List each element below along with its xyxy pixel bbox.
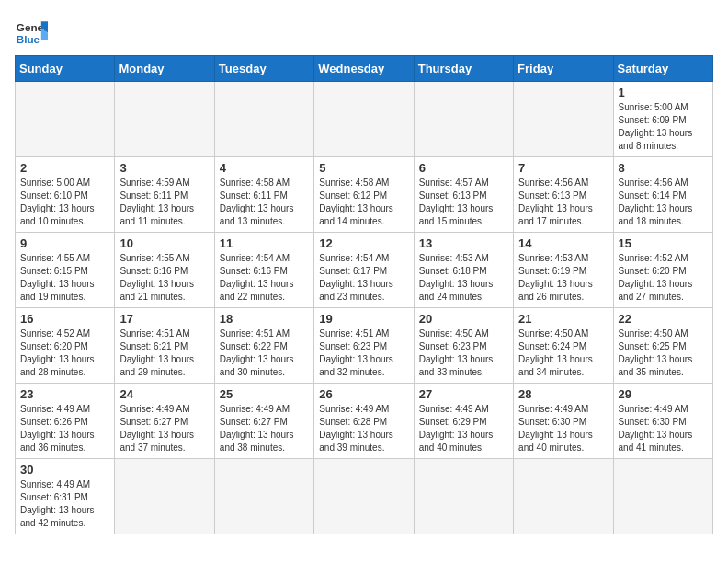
calendar-day-cell: 23Sunrise: 4:49 AM Sunset: 6:26 PM Dayli… [16,384,115,459]
calendar-day-cell: 28Sunrise: 4:49 AM Sunset: 6:30 PM Dayli… [514,384,613,459]
calendar-week-row: 2Sunrise: 5:00 AM Sunset: 6:10 PM Daylig… [16,157,713,233]
day-info: Sunrise: 4:55 AM Sunset: 6:15 PM Dayligh… [20,252,109,304]
calendar-day-cell: 7Sunrise: 4:56 AM Sunset: 6:13 PM Daylig… [514,157,613,233]
day-info: Sunrise: 4:58 AM Sunset: 6:12 PM Dayligh… [319,177,408,228]
svg-text:Blue: Blue [17,33,40,45]
day-info: Sunrise: 4:49 AM Sunset: 6:27 PM Dayligh… [220,403,309,454]
day-number: 22 [619,312,708,326]
calendar-day-cell [414,82,513,157]
calendar-day-cell: 15Sunrise: 4:52 AM Sunset: 6:20 PM Dayli… [613,233,712,308]
day-number: 1 [619,86,708,99]
calendar-day-cell: 25Sunrise: 4:49 AM Sunset: 6:27 PM Dayli… [214,384,313,459]
day-info: Sunrise: 4:52 AM Sunset: 6:20 PM Dayligh… [20,327,109,379]
day-info: Sunrise: 4:50 AM Sunset: 6:23 PM Dayligh… [419,327,508,379]
calendar-day-cell [414,459,513,534]
day-info: Sunrise: 4:53 AM Sunset: 6:19 PM Dayligh… [518,252,608,304]
calendar-day-cell: 8Sunrise: 4:56 AM Sunset: 6:14 PM Daylig… [613,157,712,233]
day-number: 29 [619,387,708,401]
day-info: Sunrise: 4:55 AM Sunset: 6:16 PM Dayligh… [119,252,209,304]
calendar-day-cell: 17Sunrise: 4:51 AM Sunset: 6:21 PM Dayli… [115,308,214,384]
calendar-day-cell: 3Sunrise: 4:59 AM Sunset: 6:11 PM Daylig… [115,157,214,233]
page-header: General Blue [15,15,713,48]
calendar-day-cell: 1Sunrise: 5:00 AM Sunset: 6:09 PM Daylig… [613,82,712,157]
day-number: 3 [119,161,209,175]
calendar-day-cell [613,459,712,534]
calendar-day-cell: 13Sunrise: 4:53 AM Sunset: 6:18 PM Dayli… [414,233,513,308]
day-number: 8 [619,161,708,175]
day-info: Sunrise: 4:50 AM Sunset: 6:24 PM Dayligh… [518,327,608,379]
calendar-day-cell: 14Sunrise: 4:53 AM Sunset: 6:19 PM Dayli… [514,233,613,308]
weekday-header-saturday: Saturday [613,56,712,82]
day-info: Sunrise: 4:50 AM Sunset: 6:25 PM Dayligh… [619,327,708,379]
day-number: 21 [518,312,608,326]
day-number: 25 [220,387,309,401]
day-info: Sunrise: 4:54 AM Sunset: 6:17 PM Dayligh… [319,252,408,304]
day-info: Sunrise: 4:56 AM Sunset: 6:14 PM Dayligh… [619,177,708,228]
day-info: Sunrise: 5:00 AM Sunset: 6:10 PM Dayligh… [20,177,109,228]
day-info: Sunrise: 5:00 AM Sunset: 6:09 PM Dayligh… [619,101,708,153]
weekday-header-sunday: Sunday [16,56,115,82]
calendar-day-cell [214,82,313,157]
calendar-table: SundayMondayTuesdayWednesdayThursdayFrid… [15,55,713,534]
day-number: 16 [20,312,109,326]
day-info: Sunrise: 4:57 AM Sunset: 6:13 PM Dayligh… [419,177,508,228]
calendar-day-cell [514,459,613,534]
day-info: Sunrise: 4:51 AM Sunset: 6:23 PM Dayligh… [319,327,408,379]
day-number: 18 [220,312,309,326]
day-info: Sunrise: 4:49 AM Sunset: 6:28 PM Dayligh… [319,403,408,454]
calendar-day-cell: 29Sunrise: 4:49 AM Sunset: 6:30 PM Dayli… [613,384,712,459]
logo: General Blue [15,15,48,48]
day-info: Sunrise: 4:56 AM Sunset: 6:13 PM Dayligh… [518,177,608,228]
day-info: Sunrise: 4:52 AM Sunset: 6:20 PM Dayligh… [619,252,708,304]
calendar-day-cell [314,82,414,157]
calendar-day-cell: 6Sunrise: 4:57 AM Sunset: 6:13 PM Daylig… [414,157,513,233]
day-number: 4 [220,161,309,175]
weekday-header-tuesday: Tuesday [214,56,313,82]
calendar-day-cell [314,459,414,534]
weekday-header-monday: Monday [115,56,214,82]
calendar-week-row: 23Sunrise: 4:49 AM Sunset: 6:26 PM Dayli… [16,384,713,459]
day-info: Sunrise: 4:49 AM Sunset: 6:30 PM Dayligh… [518,403,608,454]
day-number: 9 [20,236,109,250]
day-number: 17 [119,312,209,326]
day-number: 19 [319,312,408,326]
calendar-day-cell [115,82,214,157]
calendar-day-cell: 11Sunrise: 4:54 AM Sunset: 6:16 PM Dayli… [214,233,313,308]
calendar-week-row: 30Sunrise: 4:49 AM Sunset: 6:31 PM Dayli… [16,459,713,534]
calendar-day-cell: 19Sunrise: 4:51 AM Sunset: 6:23 PM Dayli… [314,308,414,384]
calendar-day-cell: 10Sunrise: 4:55 AM Sunset: 6:16 PM Dayli… [115,233,214,308]
day-info: Sunrise: 4:51 AM Sunset: 6:21 PM Dayligh… [119,327,209,379]
day-number: 28 [518,387,608,401]
weekday-header-thursday: Thursday [414,56,513,82]
day-info: Sunrise: 4:49 AM Sunset: 6:26 PM Dayligh… [20,403,109,454]
day-number: 15 [619,236,708,250]
weekday-header-wednesday: Wednesday [314,56,414,82]
logo-icon: General Blue [15,15,48,48]
calendar-day-cell [115,459,214,534]
day-number: 20 [419,312,508,326]
calendar-day-cell: 20Sunrise: 4:50 AM Sunset: 6:23 PM Dayli… [414,308,513,384]
calendar-header-row: SundayMondayTuesdayWednesdayThursdayFrid… [16,56,713,82]
day-info: Sunrise: 4:53 AM Sunset: 6:18 PM Dayligh… [419,252,508,304]
calendar-day-cell [214,459,313,534]
calendar-day-cell: 16Sunrise: 4:52 AM Sunset: 6:20 PM Dayli… [16,308,115,384]
day-info: Sunrise: 4:49 AM Sunset: 6:27 PM Dayligh… [119,403,209,454]
day-number: 12 [319,236,408,250]
day-info: Sunrise: 4:54 AM Sunset: 6:16 PM Dayligh… [220,252,309,304]
calendar-day-cell: 12Sunrise: 4:54 AM Sunset: 6:17 PM Dayli… [314,233,414,308]
day-info: Sunrise: 4:58 AM Sunset: 6:11 PM Dayligh… [220,177,309,228]
day-number: 27 [419,387,508,401]
day-info: Sunrise: 4:49 AM Sunset: 6:31 PM Dayligh… [20,478,109,530]
calendar-day-cell: 9Sunrise: 4:55 AM Sunset: 6:15 PM Daylig… [16,233,115,308]
calendar-week-row: 16Sunrise: 4:52 AM Sunset: 6:20 PM Dayli… [16,308,713,384]
calendar-day-cell: 5Sunrise: 4:58 AM Sunset: 6:12 PM Daylig… [314,157,414,233]
calendar-day-cell: 22Sunrise: 4:50 AM Sunset: 6:25 PM Dayli… [613,308,712,384]
day-number: 13 [419,236,508,250]
day-number: 2 [20,161,109,175]
day-number: 14 [518,236,608,250]
day-number: 23 [20,387,109,401]
day-info: Sunrise: 4:51 AM Sunset: 6:22 PM Dayligh… [220,327,309,379]
day-number: 11 [220,236,309,250]
calendar-day-cell: 27Sunrise: 4:49 AM Sunset: 6:29 PM Dayli… [414,384,513,459]
calendar-day-cell [16,82,115,157]
